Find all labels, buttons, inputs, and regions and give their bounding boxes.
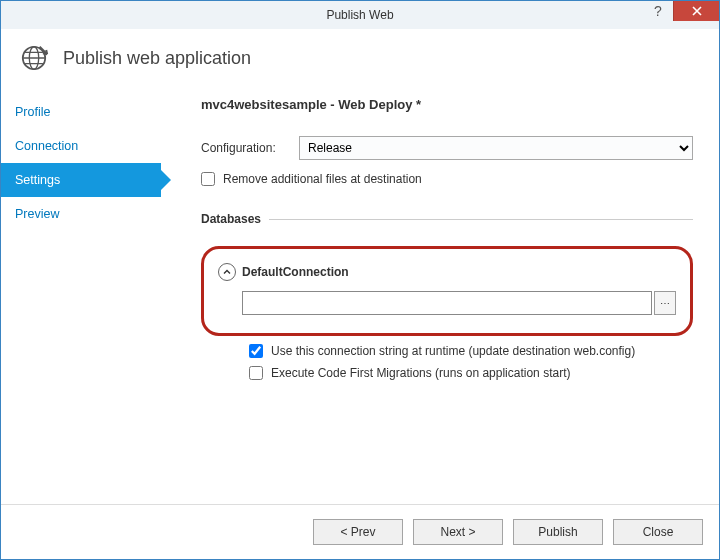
connection-string-input[interactable] [242,291,652,315]
use-runtime-checkbox-wrap[interactable]: Use this connection string at runtime (u… [249,344,693,358]
connection-options: Use this connection string at runtime (u… [249,344,693,380]
sidebar-item-label: Preview [15,207,59,221]
sidebar-item-preview[interactable]: Preview [1,197,161,231]
configuration-label: Configuration: [201,141,291,155]
button-label: Close [643,525,674,539]
connection-name: DefaultConnection [242,265,349,279]
publish-button[interactable]: Publish [513,519,603,545]
sidebar-item-label: Settings [15,173,60,187]
ellipsis-icon: ⋯ [660,298,670,309]
chevron-up-icon [223,268,231,276]
connection-browse-button[interactable]: ⋯ [654,291,676,315]
sidebar-item-connection[interactable]: Connection [1,129,161,163]
button-label: Publish [538,525,577,539]
configuration-row: Configuration: Release [201,136,693,160]
window-controls: ? [643,1,719,29]
connection-highlight: DefaultConnection ⋯ [201,246,693,336]
close-window-button[interactable] [673,1,719,21]
button-label: < Prev [340,525,375,539]
dialog-body: Profile Connection Settings Preview mvc4… [1,89,719,504]
window-title: Publish Web [1,8,719,22]
prev-button[interactable]: < Prev [313,519,403,545]
help-button[interactable]: ? [643,1,673,21]
section-divider [269,219,693,220]
sidebar-item-label: Connection [15,139,78,153]
code-first-checkbox-wrap[interactable]: Execute Code First Migrations (runs on a… [249,366,693,380]
remove-files-row: Remove additional files at destination [201,172,693,186]
dialog-footer: < Prev Next > Publish Close [1,504,719,559]
remove-files-checkbox[interactable] [201,172,215,186]
main-panel: mvc4websitesample - Web Deploy * Configu… [161,89,719,504]
sidebar-item-settings[interactable]: Settings [1,163,161,197]
globe-icon [19,43,49,73]
sidebar-item-profile[interactable]: Profile [1,95,161,129]
remove-files-checkbox-wrap[interactable]: Remove additional files at destination [201,172,422,186]
connection-string-row: ⋯ [242,291,676,315]
code-first-label: Execute Code First Migrations (runs on a… [271,366,570,380]
code-first-checkbox[interactable] [249,366,263,380]
button-label: Next > [440,525,475,539]
page-title: mvc4websitesample - Web Deploy * [201,97,693,112]
use-runtime-checkbox[interactable] [249,344,263,358]
publish-web-dialog: Publish Web ? Publish web application Pr… [0,0,720,560]
close-icon [692,6,702,16]
remove-files-label: Remove additional files at destination [223,172,422,186]
configuration-select[interactable]: Release [299,136,693,160]
collapse-toggle[interactable] [218,263,236,281]
use-runtime-label: Use this connection string at runtime (u… [271,344,635,358]
sidebar: Profile Connection Settings Preview [1,89,161,504]
next-button[interactable]: Next > [413,519,503,545]
sidebar-item-label: Profile [15,105,50,119]
connection-header: DefaultConnection [218,263,676,281]
dialog-header: Publish web application [1,29,719,89]
close-button[interactable]: Close [613,519,703,545]
dialog-title: Publish web application [63,48,251,69]
databases-section-title: Databases [201,212,693,226]
databases-label: Databases [201,212,261,226]
titlebar: Publish Web ? [1,1,719,29]
